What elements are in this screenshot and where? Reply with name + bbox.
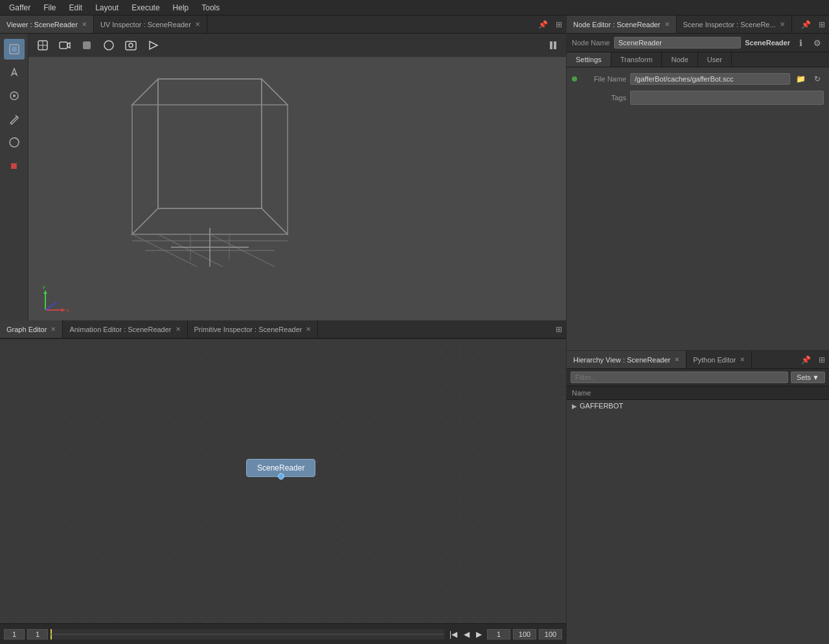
tags-input[interactable]: [630, 91, 824, 105]
menu-execute[interactable]: Execute: [125, 2, 166, 14]
hierarchy-filter-input[interactable]: [571, 372, 788, 383]
tab-transform[interactable]: Transform: [611, 52, 663, 67]
filename-reload-btn[interactable]: ↻: [811, 72, 824, 85]
graph-node-scenereader[interactable]: SceneReader: [246, 459, 315, 477]
svg-text:X: X: [66, 307, 70, 313]
tool-pick[interactable]: [4, 62, 25, 83]
tab-python-editor[interactable]: Python Editor ✕: [687, 351, 752, 368]
close-scene-inspector-tab[interactable]: ✕: [780, 21, 785, 28]
tags-label: Tags: [581, 94, 626, 102]
tags-row: Tags: [572, 91, 824, 105]
expand-arrow[interactable]: ▶: [572, 403, 577, 410]
viewer-area: ■: [0, 34, 566, 320]
tab-node[interactable]: Node: [662, 52, 698, 67]
pin-node-editor[interactable]: 📌: [797, 16, 815, 33]
pin-viewer[interactable]: 📌: [534, 16, 552, 33]
left-toolbar: ■: [0, 34, 28, 320]
viewer-btn-camera[interactable]: [56, 38, 74, 53]
tool-transform[interactable]: [4, 132, 25, 153]
pause-button[interactable]: [545, 38, 561, 53]
filename-value[interactable]: /gafferBot/caches/gafferBot.scc: [630, 73, 790, 85]
tool-select[interactable]: [4, 39, 25, 60]
menu-edit[interactable]: Edit: [62, 2, 89, 14]
pin-hierarchy[interactable]: 📌: [797, 351, 815, 368]
hierarchy-panel: Hierarchy View : SceneReader ✕ Python Ed…: [567, 351, 829, 644]
start-frame-input[interactable]: [487, 629, 510, 639]
node-editor-tab-bar: Node Editor : SceneReader ✕ Scene Inspec…: [567, 16, 829, 34]
menu-help[interactable]: Help: [166, 2, 196, 14]
graph-canvas[interactable]: SceneReader: [0, 339, 566, 623]
tab-graph-editor[interactable]: Graph Editor ✕: [0, 320, 63, 338]
tool-paint[interactable]: [4, 85, 25, 106]
viewer-tab-bar: Viewer : SceneReader ✕ UV Inspector : Sc…: [0, 16, 566, 34]
tab-animation-editor[interactable]: Animation Editor : SceneReader ✕: [63, 320, 187, 338]
timeline-bar[interactable]: [51, 629, 444, 639]
viewer-btn-scene[interactable]: [34, 38, 52, 53]
axes-indicator: X Y: [39, 284, 65, 310]
viewer-btn-wireframe[interactable]: [100, 38, 118, 53]
viewer-canvas[interactable]: X Y: [28, 34, 566, 320]
tool-brush[interactable]: [4, 109, 25, 129]
close-primitive-tab[interactable]: ✕: [306, 326, 311, 333]
tab-primitive-inspector[interactable]: Primitive Inspector : SceneReader ✕: [188, 320, 319, 338]
viewer-btn-screenshot[interactable]: [122, 38, 140, 53]
hierarchy-item-gafferbot[interactable]: ▶ GAFFERBOT: [567, 400, 829, 412]
close-viewer-tab[interactable]: ✕: [82, 21, 87, 28]
tab-scene-inspector[interactable]: Scene Inspector : SceneRe... ✕: [677, 16, 792, 33]
maximize-viewer[interactable]: ⊞: [552, 16, 566, 33]
hierarchy-content: ▶ GAFFERBOT: [567, 400, 829, 644]
right-panel: Node Editor : SceneReader ✕ Scene Inspec…: [566, 16, 829, 644]
sets-button[interactable]: Sets ▼: [791, 372, 825, 383]
svg-marker-30: [62, 308, 65, 312]
node-output-port[interactable]: [278, 473, 284, 480]
current-frame-input[interactable]: [4, 629, 25, 639]
sub-frame-input[interactable]: [27, 629, 48, 639]
viewer-toolbar: [28, 34, 566, 57]
maximize-hierarchy[interactable]: ⊞: [815, 351, 829, 368]
tab-settings[interactable]: Settings: [567, 52, 611, 67]
maximize-node-editor[interactable]: ⊞: [815, 16, 829, 33]
menu-file[interactable]: File: [37, 2, 62, 14]
hierarchy-filter-bar: Sets ▼: [567, 369, 829, 386]
node-info-btn[interactable]: ℹ: [794, 36, 807, 49]
skip-to-start[interactable]: |◀: [447, 628, 460, 640]
filename-label: File Name: [581, 75, 626, 83]
close-uv-tab[interactable]: ✕: [195, 21, 200, 28]
node-name-input[interactable]: [614, 37, 742, 49]
maximize-graph[interactable]: ⊞: [552, 320, 566, 338]
viewer-btn-render[interactable]: [144, 38, 162, 53]
left-panel: Viewer : SceneReader ✕ UV Inspector : Sc…: [0, 16, 566, 644]
tool-red[interactable]: ■: [4, 155, 25, 176]
tab-user[interactable]: User: [698, 52, 732, 67]
close-animation-tab[interactable]: ✕: [176, 326, 181, 333]
close-python-tab[interactable]: ✕: [740, 356, 745, 363]
svg-marker-18: [132, 79, 288, 105]
node-type-label: SceneReader: [745, 39, 790, 47]
menu-gaffer[interactable]: Gaffer: [3, 2, 37, 14]
menu-layout[interactable]: Layout: [89, 2, 125, 14]
node-name-bar: Node Name SceneReader ℹ ⚙: [567, 34, 829, 52]
play-back[interactable]: ◀: [461, 628, 472, 640]
filename-browse-btn[interactable]: 📁: [794, 72, 807, 85]
end-frame-input[interactable]: [513, 629, 536, 639]
frame-range: [487, 629, 562, 639]
filename-row: File Name /gafferBot/caches/gafferBot.sc…: [572, 72, 824, 85]
close-node-editor-tab[interactable]: ✕: [664, 21, 670, 28]
close-hierarchy-tab[interactable]: ✕: [674, 356, 679, 363]
tab-hierarchy-view[interactable]: Hierarchy View : SceneReader ✕: [567, 351, 687, 368]
hierarchy-item-name: GAFFERBOT: [580, 402, 623, 410]
play-forward[interactable]: ▶: [473, 628, 484, 640]
svg-point-3: [13, 94, 16, 97]
node-settings-btn[interactable]: ⚙: [811, 36, 824, 49]
display-end-input[interactable]: [539, 629, 562, 639]
settings-content: File Name /gafferBot/caches/gafferBot.sc…: [567, 67, 829, 350]
viewer-btn-solid[interactable]: [78, 38, 96, 53]
tab-uv-inspector[interactable]: UV Inspector : SceneReader ✕: [94, 16, 207, 33]
svg-rect-7: [60, 42, 67, 49]
graph-area: SceneReader: [0, 339, 566, 623]
svg-marker-17: [262, 79, 288, 234]
close-graph-tab[interactable]: ✕: [51, 326, 56, 333]
tab-node-editor[interactable]: Node Editor : SceneReader ✕: [567, 16, 677, 33]
menu-tools[interactable]: Tools: [195, 2, 226, 14]
tab-viewer[interactable]: Viewer : SceneReader ✕: [0, 16, 94, 33]
